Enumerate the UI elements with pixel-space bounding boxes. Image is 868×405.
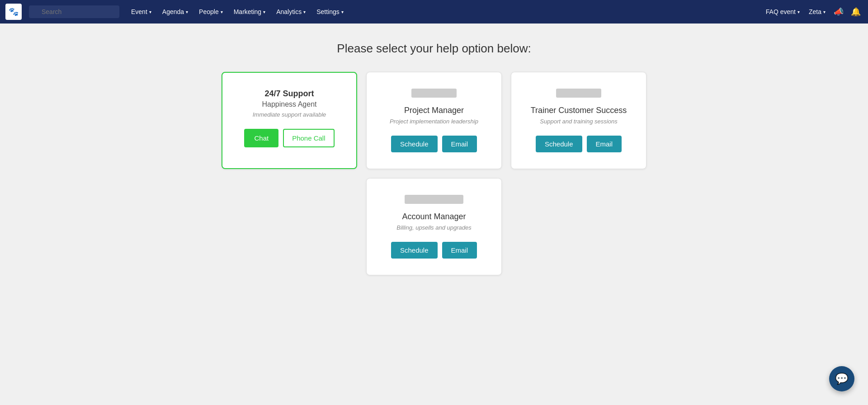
card-support-247: 24/7 Support Happiness Agent Immediate s… bbox=[222, 72, 357, 169]
chat-bubble[interactable]: 💬 bbox=[829, 366, 854, 391]
chevron-down-icon: ▾ bbox=[341, 9, 344, 14]
trainer-email-button[interactable]: Email bbox=[587, 136, 622, 152]
nav-item-settings[interactable]: Settings ▾ bbox=[312, 5, 348, 18]
nav-item-people[interactable]: People ▾ bbox=[194, 5, 227, 18]
chevron-down-icon: ▾ bbox=[797, 9, 800, 14]
megaphone-icon[interactable]: 📣 bbox=[832, 5, 845, 19]
trainer-avatar bbox=[556, 89, 601, 98]
nav-faq-event[interactable]: FAQ event ▾ bbox=[763, 6, 802, 17]
support-247-buttons: Chat Phone Call bbox=[244, 129, 334, 147]
project-manager-title: Project Manager bbox=[404, 106, 464, 115]
bell-icon[interactable]: 🔔 bbox=[849, 5, 863, 19]
chevron-down-icon: ▾ bbox=[149, 9, 151, 14]
project-manager-email-button[interactable]: Email bbox=[442, 136, 477, 152]
trainer-subtitle: Support and training sessions bbox=[540, 118, 617, 125]
main-content: Please select your help option below: 24… bbox=[0, 24, 868, 293]
cards-container: 24/7 Support Happiness Agent Immediate s… bbox=[208, 72, 660, 275]
chevron-down-icon: ▾ bbox=[303, 9, 306, 14]
nav-right: FAQ event ▾ Zeta ▾ 📣 🔔 bbox=[763, 5, 863, 19]
trainer-title: Trainer Customer Success bbox=[531, 106, 627, 115]
search-input[interactable] bbox=[29, 5, 119, 18]
chevron-down-icon: ▾ bbox=[263, 9, 265, 14]
nav-item-event[interactable]: Event ▾ bbox=[127, 5, 156, 18]
project-manager-subtitle: Project implementation leadership bbox=[390, 118, 478, 125]
account-manager-title: Account Manager bbox=[402, 212, 466, 221]
search-wrapper: 🔍 bbox=[29, 5, 119, 18]
card-trainer: Trainer Customer Success Support and tra… bbox=[511, 72, 646, 169]
account-manager-schedule-button[interactable]: Schedule bbox=[391, 242, 438, 259]
support-247-agent: Happiness Agent bbox=[262, 100, 317, 108]
project-manager-avatar bbox=[411, 89, 457, 98]
cards-row-2: Account Manager Billing, upsells and upg… bbox=[208, 178, 660, 275]
card-project-manager: Project Manager Project implementation l… bbox=[366, 72, 502, 169]
trainer-buttons: Schedule Email bbox=[536, 136, 622, 152]
navbar: 🐾 🔍 Event ▾ Agenda ▾ People ▾ Marketing … bbox=[0, 0, 868, 24]
chat-button[interactable]: Chat bbox=[244, 129, 278, 147]
nav-item-agenda[interactable]: Agenda ▾ bbox=[158, 5, 193, 18]
chevron-down-icon: ▾ bbox=[186, 9, 188, 14]
chevron-down-icon: ▾ bbox=[823, 9, 826, 14]
nav-item-analytics[interactable]: Analytics ▾ bbox=[272, 5, 310, 18]
nav-items: Event ▾ Agenda ▾ People ▾ Marketing ▾ An… bbox=[127, 5, 760, 18]
nav-zeta[interactable]: Zeta ▾ bbox=[806, 6, 828, 17]
project-manager-schedule-button[interactable]: Schedule bbox=[391, 136, 438, 152]
chevron-down-icon: ▾ bbox=[221, 9, 223, 14]
account-manager-buttons: Schedule Email bbox=[391, 242, 477, 259]
support-247-subtitle: Immediate support available bbox=[253, 111, 326, 118]
phone-call-button[interactable]: Phone Call bbox=[283, 129, 334, 147]
account-manager-subtitle: Billing, upsells and upgrades bbox=[396, 224, 472, 231]
account-manager-avatar bbox=[405, 195, 463, 204]
account-manager-email-button[interactable]: Email bbox=[442, 242, 477, 259]
nav-item-marketing[interactable]: Marketing ▾ bbox=[229, 5, 270, 18]
page-title: Please select your help option below: bbox=[337, 42, 531, 56]
support-247-title: 24/7 Support bbox=[264, 89, 314, 99]
card-account-manager: Account Manager Billing, upsells and upg… bbox=[366, 178, 502, 275]
cards-row-1: 24/7 Support Happiness Agent Immediate s… bbox=[208, 72, 660, 169]
logo: 🐾 bbox=[5, 4, 22, 20]
trainer-schedule-button[interactable]: Schedule bbox=[536, 136, 582, 152]
chat-bubble-icon: 💬 bbox=[835, 372, 849, 385]
project-manager-buttons: Schedule Email bbox=[391, 136, 477, 152]
